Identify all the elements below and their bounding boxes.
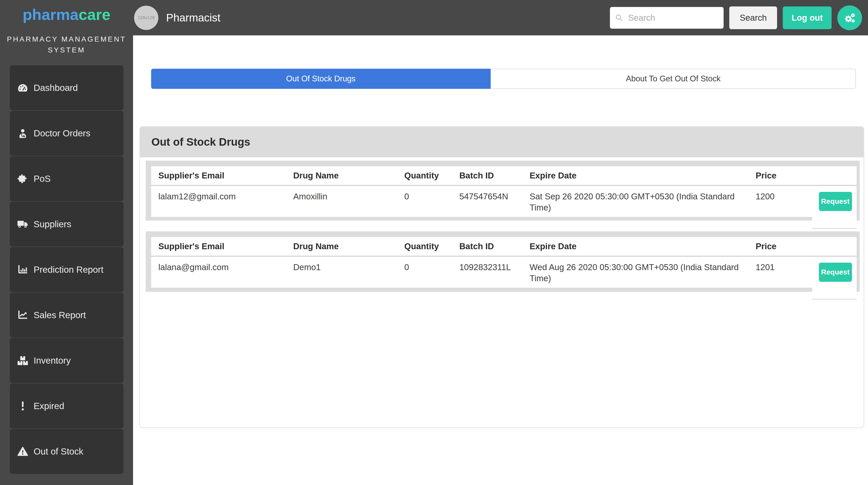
brand-logo: pharmacare: [0, 6, 133, 24]
top-bar: 128x128 Pharmacist Search Log out: [133, 0, 868, 35]
chart-column-icon: [16, 264, 30, 276]
brand-tagline: PHARMACY MANAGEMENT SYSTEM: [0, 34, 133, 56]
settings-button[interactable]: [837, 5, 862, 30]
truck-icon: [16, 218, 30, 230]
tab-out-of-stock-drugs[interactable]: Out Of Stock Drugs: [151, 69, 491, 89]
out-of-stock-card: Out of Stock Drugs Supplier's Email Drug…: [140, 126, 864, 428]
sidebar-item-label: Prediction Report: [34, 264, 103, 275]
sidebar-item-suppliers[interactable]: Suppliers: [10, 202, 123, 247]
col-drug-name: Drug Name: [286, 166, 397, 186]
cell-drug-name: Demo1: [286, 256, 397, 288]
avatar-placeholder-text: 128x128: [138, 15, 154, 21]
col-price: Price: [748, 166, 814, 186]
table-row: lalana@gmail.com Demo1 0 1092832311L Wed…: [151, 256, 857, 288]
table-wrapper: Supplier's Email Drug Name Quantity Batc…: [151, 237, 857, 288]
table-header-row: Supplier's Email Drug Name Quantity Batc…: [151, 166, 857, 186]
col-quantity: Quantity: [397, 166, 452, 186]
brand: pharmacare PHARMACY MANAGEMENT SYSTEM: [0, 0, 133, 56]
action-column-tail: [812, 288, 857, 299]
sidebar-item-doctor-orders[interactable]: Doctor Orders: [10, 111, 123, 156]
exclamation-icon: [16, 400, 30, 412]
sidebar-item-label: Sales Report: [34, 310, 86, 320]
search-input[interactable]: [628, 13, 738, 23]
cell-expire-date: Wed Aug 26 2020 05:30:00 GMT+0530 (India…: [522, 256, 748, 288]
sidebar-item-label: Doctor Orders: [34, 128, 90, 138]
page-title: Pharmacist: [166, 12, 220, 24]
col-expire-date: Expire Date: [522, 166, 748, 186]
col-action: [814, 237, 857, 256]
search-icon: [615, 13, 624, 23]
cell-supplier-email: lalam12@gmail.com: [151, 186, 286, 217]
col-batch-id: Batch ID: [452, 166, 522, 186]
sidebar-item-pos[interactable]: PoS: [10, 156, 123, 201]
sidebar-item-out-of-stock[interactable]: Out of Stock: [10, 429, 123, 474]
sidebar-nav: Dashboard Doctor Orders PoS Suppliers Pr: [10, 65, 123, 475]
tab-about-to-get-out-of-stock[interactable]: About To Get Out Of Stock: [491, 69, 856, 89]
sidebar-item-label: Inventory: [34, 355, 71, 366]
search-button[interactable]: Search: [729, 6, 777, 29]
user-doctor-icon: [16, 127, 30, 139]
sidebar-item-sales-report[interactable]: Sales Report: [10, 293, 123, 337]
chart-line-icon: [16, 309, 30, 321]
sidebar: pharmacare PHARMACY MANAGEMENT SYSTEM Da…: [0, 0, 133, 485]
out-of-stock-table: Supplier's Email Drug Name Quantity Batc…: [151, 166, 857, 217]
brand-tagline-line2: SYSTEM: [0, 45, 133, 56]
brand-tagline-line1: PHARMACY MANAGEMENT: [0, 34, 133, 45]
col-supplier-email: Supplier's Email: [151, 237, 286, 256]
gauge-icon: [16, 82, 30, 94]
cell-drug-name: Amoxillin: [286, 186, 397, 217]
sidebar-item-expired[interactable]: Expired: [10, 384, 123, 428]
col-action: [814, 166, 857, 186]
puzzle-piece-icon: [16, 173, 30, 185]
cell-action: Request: [814, 256, 857, 288]
gears-icon: [843, 11, 857, 25]
request-button[interactable]: Request: [819, 192, 852, 211]
sidebar-item-dashboard[interactable]: Dashboard: [10, 65, 123, 110]
sidebar-item-prediction-report[interactable]: Prediction Report: [10, 247, 123, 292]
cell-batch-id: 547547654N: [452, 186, 522, 217]
sidebar-item-label: Out of Stock: [34, 446, 84, 457]
cell-supplier-email: lalana@gmail.com: [151, 256, 286, 288]
out-of-stock-table: Supplier's Email Drug Name Quantity Batc…: [151, 237, 857, 288]
sidebar-item-label: Suppliers: [34, 219, 71, 229]
table-header-row: Supplier's Email Drug Name Quantity Batc…: [151, 237, 857, 256]
col-supplier-email: Supplier's Email: [151, 166, 286, 186]
cell-action: Request: [814, 186, 857, 217]
sidebar-item-inventory[interactable]: Inventory: [10, 338, 123, 383]
cell-price: 1200: [748, 186, 814, 217]
cell-quantity: 0: [397, 256, 452, 288]
brand-logo-part1: pharma: [23, 6, 79, 23]
warning-triangle-icon: [16, 446, 30, 457]
table-panel-2: Supplier's Email Drug Name Quantity Batc…: [146, 231, 860, 292]
request-button[interactable]: Request: [819, 263, 852, 282]
card-title: Out of Stock Drugs: [140, 127, 864, 157]
search-box[interactable]: [610, 7, 723, 29]
sidebar-item-label: PoS: [34, 173, 51, 184]
sidebar-item-label: Dashboard: [34, 83, 78, 93]
table-row: lalam12@gmail.com Amoxillin 0 547547654N…: [151, 186, 857, 217]
avatar: 128x128: [134, 6, 158, 30]
cell-expire-date: Sat Sep 26 2020 05:30:00 GMT+0530 (India…: [522, 186, 748, 217]
brand-logo-part2: care: [79, 6, 110, 23]
cell-price: 1201: [748, 256, 814, 288]
col-price: Price: [748, 237, 814, 256]
col-expire-date: Expire Date: [522, 237, 748, 256]
col-batch-id: Batch ID: [452, 237, 522, 256]
col-drug-name: Drug Name: [286, 237, 397, 256]
table-panel-1: Supplier's Email Drug Name Quantity Batc…: [146, 161, 860, 221]
logout-button[interactable]: Log out: [783, 6, 832, 29]
cell-quantity: 0: [397, 186, 452, 217]
action-column-tail: [812, 217, 857, 229]
tab-bar: Out Of Stock Drugs About To Get Out Of S…: [151, 69, 856, 89]
top-bar-actions: Search Log out: [610, 5, 862, 30]
boxes-icon: [16, 355, 30, 366]
cell-batch-id: 1092832311L: [452, 256, 522, 288]
col-quantity: Quantity: [397, 237, 452, 256]
sidebar-item-label: Expired: [34, 401, 64, 411]
table-wrapper: Supplier's Email Drug Name Quantity Batc…: [151, 166, 857, 217]
